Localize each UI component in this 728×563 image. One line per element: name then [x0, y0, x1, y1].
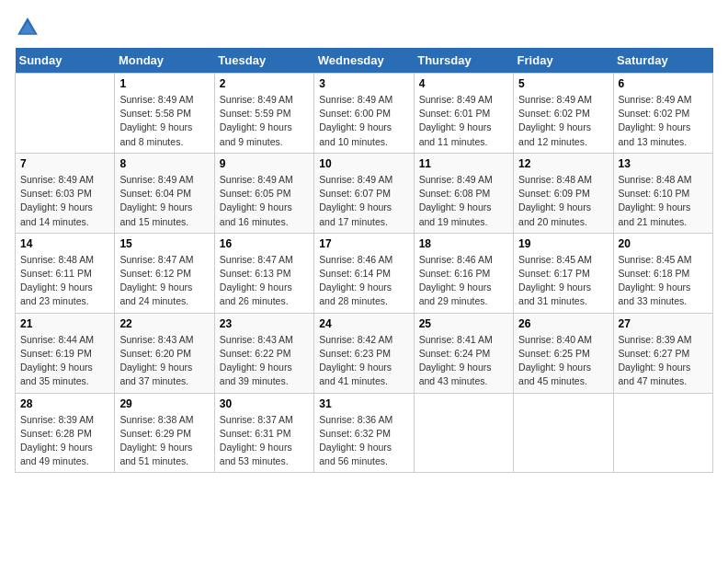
day-info: Sunrise: 8:48 AMSunset: 6:09 PMDaylight:…	[518, 173, 608, 229]
calendar-body: 1Sunrise: 8:49 AMSunset: 5:58 PMDaylight…	[16, 74, 713, 473]
logo	[15, 15, 44, 40]
day-number: 13	[619, 157, 708, 170]
column-header-wednesday: Wednesday	[314, 48, 414, 74]
day-number: 2	[220, 77, 309, 90]
calendar-cell: 7Sunrise: 8:49 AMSunset: 6:03 PMDaylight…	[16, 153, 115, 233]
column-header-tuesday: Tuesday	[214, 48, 313, 74]
calendar-cell: 27Sunrise: 8:39 AMSunset: 6:27 PMDayligh…	[613, 313, 712, 393]
day-number: 10	[319, 157, 408, 170]
calendar-cell: 13Sunrise: 8:48 AMSunset: 6:10 PMDayligh…	[613, 153, 712, 233]
day-number: 26	[518, 317, 608, 330]
day-info: Sunrise: 8:49 AMSunset: 6:02 PMDaylight:…	[619, 93, 708, 149]
calendar-cell: 30Sunrise: 8:37 AMSunset: 6:31 PMDayligh…	[214, 393, 313, 473]
day-info: Sunrise: 8:49 AMSunset: 6:07 PMDaylight:…	[319, 173, 408, 229]
column-header-friday: Friday	[514, 48, 613, 74]
day-number: 24	[319, 317, 408, 330]
day-info: Sunrise: 8:47 AMSunset: 6:12 PMDaylight:…	[119, 253, 209, 309]
day-number: 16	[220, 237, 309, 250]
day-number: 12	[518, 157, 608, 170]
day-info: Sunrise: 8:37 AMSunset: 6:31 PMDaylight:…	[220, 413, 309, 469]
day-info: Sunrise: 8:49 AMSunset: 6:03 PMDaylight:…	[20, 173, 109, 229]
day-info: Sunrise: 8:49 AMSunset: 5:59 PMDaylight:…	[220, 93, 309, 149]
calendar-cell: 8Sunrise: 8:49 AMSunset: 6:04 PMDaylight…	[115, 153, 214, 233]
day-number: 3	[319, 77, 408, 90]
calendar-table: SundayMondayTuesdayWednesdayThursdayFrid…	[15, 48, 713, 473]
calendar-cell: 16Sunrise: 8:47 AMSunset: 6:13 PMDayligh…	[214, 233, 313, 313]
day-number: 14	[20, 237, 109, 250]
day-number: 15	[119, 237, 209, 250]
week-row-3: 14Sunrise: 8:48 AMSunset: 6:11 PMDayligh…	[16, 233, 713, 313]
day-number: 30	[220, 397, 309, 410]
calendar-cell: 10Sunrise: 8:49 AMSunset: 6:07 PMDayligh…	[314, 153, 414, 233]
day-number: 31	[319, 397, 408, 410]
day-number: 5	[518, 77, 608, 90]
day-number: 17	[319, 237, 408, 250]
day-info: Sunrise: 8:49 AMSunset: 6:04 PMDaylight:…	[119, 173, 209, 229]
calendar-header: SundayMondayTuesdayWednesdayThursdayFrid…	[16, 48, 713, 74]
calendar-cell: 6Sunrise: 8:49 AMSunset: 6:02 PMDaylight…	[613, 74, 712, 154]
logo-icon	[15, 15, 40, 40]
column-header-sunday: Sunday	[16, 48, 115, 74]
day-info: Sunrise: 8:36 AMSunset: 6:32 PMDaylight:…	[319, 413, 408, 469]
calendar-cell: 24Sunrise: 8:42 AMSunset: 6:23 PMDayligh…	[314, 313, 414, 393]
calendar-cell: 4Sunrise: 8:49 AMSunset: 6:01 PMDaylight…	[414, 74, 513, 154]
day-number: 11	[419, 157, 508, 170]
day-info: Sunrise: 8:41 AMSunset: 6:24 PMDaylight:…	[419, 333, 508, 389]
week-row-2: 7Sunrise: 8:49 AMSunset: 6:03 PMDaylight…	[16, 153, 713, 233]
calendar-cell: 29Sunrise: 8:38 AMSunset: 6:29 PMDayligh…	[115, 393, 214, 473]
week-row-5: 28Sunrise: 8:39 AMSunset: 6:28 PMDayligh…	[16, 393, 713, 473]
calendar-cell: 11Sunrise: 8:49 AMSunset: 6:08 PMDayligh…	[414, 153, 513, 233]
day-number: 28	[20, 397, 109, 410]
day-number: 19	[518, 237, 608, 250]
week-row-1: 1Sunrise: 8:49 AMSunset: 5:58 PMDaylight…	[16, 74, 713, 154]
day-number: 27	[619, 317, 708, 330]
calendar-cell: 20Sunrise: 8:45 AMSunset: 6:18 PMDayligh…	[613, 233, 712, 313]
day-number: 20	[619, 237, 708, 250]
calendar-cell: 23Sunrise: 8:43 AMSunset: 6:22 PMDayligh…	[214, 313, 313, 393]
day-info: Sunrise: 8:45 AMSunset: 6:17 PMDaylight:…	[518, 253, 608, 309]
day-info: Sunrise: 8:46 AMSunset: 6:14 PMDaylight:…	[319, 253, 408, 309]
calendar-cell	[414, 393, 513, 473]
calendar-cell: 15Sunrise: 8:47 AMSunset: 6:12 PMDayligh…	[115, 233, 214, 313]
day-info: Sunrise: 8:49 AMSunset: 5:58 PMDaylight:…	[119, 93, 209, 149]
day-info: Sunrise: 8:49 AMSunset: 6:08 PMDaylight:…	[419, 173, 508, 229]
day-number: 1	[119, 77, 209, 90]
day-number: 4	[419, 77, 508, 90]
day-info: Sunrise: 8:49 AMSunset: 6:01 PMDaylight:…	[419, 93, 508, 149]
day-number: 8	[119, 157, 209, 170]
day-info: Sunrise: 8:39 AMSunset: 6:28 PMDaylight:…	[20, 413, 109, 469]
day-info: Sunrise: 8:49 AMSunset: 6:05 PMDaylight:…	[220, 173, 309, 229]
week-row-4: 21Sunrise: 8:44 AMSunset: 6:19 PMDayligh…	[16, 313, 713, 393]
day-number: 23	[220, 317, 309, 330]
calendar-cell	[613, 393, 712, 473]
day-number: 9	[220, 157, 309, 170]
day-number: 22	[119, 317, 209, 330]
calendar-cell: 26Sunrise: 8:40 AMSunset: 6:25 PMDayligh…	[514, 313, 613, 393]
day-info: Sunrise: 8:46 AMSunset: 6:16 PMDaylight:…	[419, 253, 508, 309]
calendar-cell: 12Sunrise: 8:48 AMSunset: 6:09 PMDayligh…	[514, 153, 613, 233]
day-info: Sunrise: 8:48 AMSunset: 6:10 PMDaylight:…	[619, 173, 708, 229]
calendar-cell: 3Sunrise: 8:49 AMSunset: 6:00 PMDaylight…	[314, 74, 414, 154]
calendar-cell: 31Sunrise: 8:36 AMSunset: 6:32 PMDayligh…	[314, 393, 414, 473]
day-info: Sunrise: 8:42 AMSunset: 6:23 PMDaylight:…	[319, 333, 408, 389]
calendar-cell	[514, 393, 613, 473]
calendar-cell: 2Sunrise: 8:49 AMSunset: 5:59 PMDaylight…	[214, 74, 313, 154]
day-info: Sunrise: 8:38 AMSunset: 6:29 PMDaylight:…	[119, 413, 209, 469]
calendar-cell: 21Sunrise: 8:44 AMSunset: 6:19 PMDayligh…	[16, 313, 115, 393]
calendar-cell: 1Sunrise: 8:49 AMSunset: 5:58 PMDaylight…	[115, 74, 214, 154]
calendar-cell: 19Sunrise: 8:45 AMSunset: 6:17 PMDayligh…	[514, 233, 613, 313]
day-info: Sunrise: 8:43 AMSunset: 6:22 PMDaylight:…	[220, 333, 309, 389]
calendar-cell: 5Sunrise: 8:49 AMSunset: 6:02 PMDaylight…	[514, 74, 613, 154]
day-info: Sunrise: 8:49 AMSunset: 6:00 PMDaylight:…	[319, 93, 408, 149]
day-info: Sunrise: 8:49 AMSunset: 6:02 PMDaylight:…	[518, 93, 608, 149]
calendar-cell: 18Sunrise: 8:46 AMSunset: 6:16 PMDayligh…	[414, 233, 513, 313]
page-header	[15, 15, 713, 40]
column-header-monday: Monday	[115, 48, 214, 74]
day-info: Sunrise: 8:48 AMSunset: 6:11 PMDaylight:…	[20, 253, 109, 309]
day-info: Sunrise: 8:44 AMSunset: 6:19 PMDaylight:…	[20, 333, 109, 389]
column-header-saturday: Saturday	[613, 48, 712, 74]
calendar-cell	[16, 74, 115, 154]
day-info: Sunrise: 8:43 AMSunset: 6:20 PMDaylight:…	[119, 333, 209, 389]
day-number: 7	[20, 157, 109, 170]
day-info: Sunrise: 8:40 AMSunset: 6:25 PMDaylight:…	[518, 333, 608, 389]
